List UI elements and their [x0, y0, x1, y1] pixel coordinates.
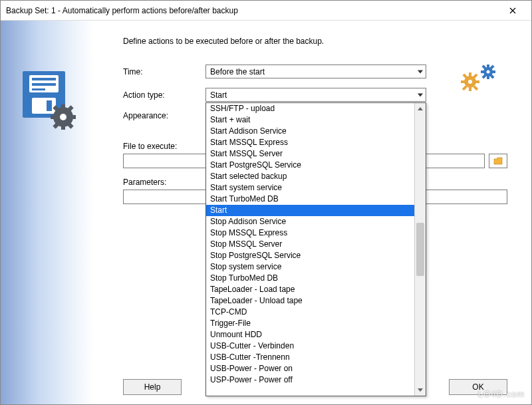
close-button[interactable]	[499, 1, 526, 20]
svg-rect-9	[61, 123, 65, 130]
dropdown-option[interactable]: Start PostgreSQL Service	[206, 160, 414, 171]
dropdown-option[interactable]: Start + wait	[206, 114, 414, 126]
dropdown-option[interactable]: USB-Cutter -Trennenn	[206, 352, 414, 363]
svg-point-26	[487, 70, 490, 74]
dropdown-option[interactable]: SSH/FTP - upload	[206, 103, 414, 114]
browse-button[interactable]	[489, 154, 507, 168]
titlebar: Backup Set: 1 - Automatically perform ac…	[1, 1, 531, 21]
gears-icon	[453, 61, 499, 94]
dropdown-option[interactable]: USB-Cutter - Verbinden	[206, 340, 414, 352]
dropdown-option[interactable]: Start Addison Service	[206, 126, 414, 137]
dropdown-option[interactable]: TCP-CMD	[206, 307, 414, 318]
folder-icon	[493, 157, 503, 165]
dropdown-option[interactable]: Trigger-File	[206, 318, 414, 329]
svg-rect-29	[469, 86, 471, 91]
dropdown-option[interactable]: TapeLoader - Unload tape	[206, 295, 414, 307]
chevron-down-icon	[418, 70, 423, 73]
scroll-up-button[interactable]	[415, 103, 426, 114]
svg-point-36	[468, 80, 472, 84]
svg-rect-28	[469, 72, 471, 77]
svg-rect-21	[491, 70, 495, 73]
svg-rect-10	[51, 115, 57, 119]
dialog-window: Backup Set: 1 - Automatically perform ac…	[0, 0, 532, 405]
scroll-thumb[interactable]	[416, 223, 424, 276]
dropdown-option[interactable]: Start	[206, 205, 414, 216]
main-panel: Define actions to be executed before or …	[94, 21, 531, 404]
dropdown-option[interactable]: TapeLoader - Load tape	[206, 284, 414, 295]
svg-rect-31	[475, 80, 479, 83]
appearance-label: Appearance:	[123, 111, 205, 120]
action-type-select-value: Start	[210, 90, 227, 100]
svg-rect-30	[461, 80, 466, 83]
svg-rect-8	[61, 104, 65, 111]
svg-rect-2	[32, 78, 56, 80]
action-type-dropdown[interactable]: SSH/FTP - uploadStart + waitStart Addiso…	[205, 102, 426, 396]
dropdown-scrollbar[interactable]	[414, 103, 426, 396]
dropdown-option[interactable]: Unmount HDD	[206, 329, 414, 340]
svg-rect-5	[32, 98, 56, 114]
dropdown-option[interactable]: USB-Power - Power on	[206, 363, 414, 374]
dropdown-option[interactable]: Stop TurboMed DB	[206, 273, 414, 284]
watermark: LO4D.com	[478, 389, 525, 399]
svg-rect-11	[69, 115, 76, 119]
dropdown-option[interactable]: Stop MSSQL Server	[206, 239, 414, 250]
dropdown-option[interactable]: Start selected backup	[206, 171, 414, 182]
instruction-text: Define actions to be executed before or …	[123, 37, 507, 46]
svg-rect-18	[487, 65, 489, 68]
dropdown-option[interactable]: Start MSSQL Express	[206, 137, 414, 148]
dropdown-option[interactable]: USP-Power - Power off	[206, 374, 414, 386]
action-type-select[interactable]: Start	[205, 88, 426, 102]
help-button[interactable]: Help	[123, 379, 182, 395]
chevron-down-icon	[418, 93, 423, 96]
dropdown-option[interactable]: Stop PostgreSQL Service	[206, 250, 414, 261]
dropdown-option[interactable]: Stop MSSQL Express	[206, 227, 414, 239]
svg-rect-3	[32, 83, 56, 86]
window-title: Backup Set: 1 - Automatically perform ac…	[6, 6, 499, 15]
action-type-label: Action type:	[123, 90, 205, 100]
dropdown-option[interactable]: Start TurboMed DB	[206, 194, 414, 205]
sidebar	[1, 21, 94, 404]
dropdown-option[interactable]: Stop system service	[206, 261, 414, 273]
svg-rect-6	[47, 100, 52, 111]
svg-point-16	[60, 114, 66, 120]
svg-rect-20	[481, 70, 485, 73]
svg-rect-19	[487, 75, 489, 79]
time-select-value: Before the start	[210, 67, 265, 76]
dropdown-option[interactable]: Start MSSQL Server	[206, 148, 414, 160]
dropdown-option[interactable]: Stop Addison Service	[206, 216, 414, 227]
dropdown-option[interactable]: Start system service	[206, 182, 414, 194]
time-label: Time:	[123, 67, 205, 76]
scroll-down-button[interactable]	[415, 384, 426, 396]
svg-rect-4	[32, 88, 45, 90]
floppy-gear-icon	[17, 67, 77, 134]
time-select[interactable]: Before the start	[205, 65, 426, 78]
